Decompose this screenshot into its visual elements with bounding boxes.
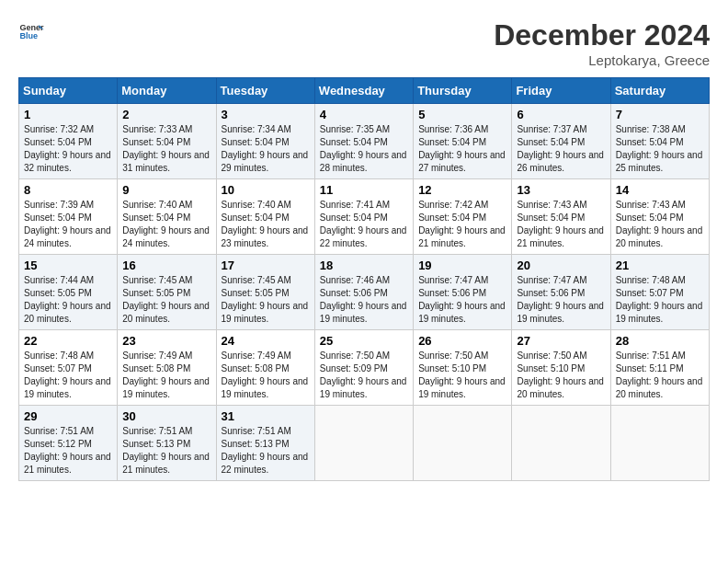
day-number: 5 [418,108,506,121]
day-number: 4 [320,108,408,121]
day-number: 18 [320,259,408,272]
day-number: 19 [418,259,506,272]
day-number: 7 [616,108,704,121]
day-info: Sunrise: 7:49 AMSunset: 5:08 PMDaylight:… [222,350,310,401]
calendar-cell: 16 Sunrise: 7:45 AMSunset: 5:05 PMDaylig… [118,255,216,330]
day-info: Sunrise: 7:45 AMSunset: 5:05 PMDaylight:… [222,274,310,326]
calendar-cell: 11 Sunrise: 7:41 AMSunset: 5:04 PMDaylig… [314,179,413,255]
calendar-cell: 30 Sunrise: 7:51 AMSunset: 5:13 PMDaylig… [118,406,216,481]
calendar-cell: 2 Sunrise: 7:33 AMSunset: 5:04 PMDayligh… [118,104,216,179]
logo-icon: General Blue [18,18,44,44]
title-area: December 2024 Leptokarya, Greece [494,18,710,68]
day-number: 21 [616,259,704,272]
calendar-cell [414,406,512,481]
day-number: 8 [24,183,112,197]
day-info: Sunrise: 7:34 AMSunset: 5:04 PMDaylight:… [222,123,310,175]
day-info: Sunrise: 7:46 AMSunset: 5:06 PMDaylight:… [320,274,408,326]
calendar-cell: 25 Sunrise: 7:50 AMSunset: 5:09 PMDaylig… [314,330,413,406]
day-number: 10 [222,183,310,197]
calendar-cell: 21 Sunrise: 7:48 AMSunset: 5:07 PMDaylig… [610,255,709,330]
day-number: 17 [222,259,310,272]
day-number: 22 [24,334,112,348]
weekday-header-thursday: Thursday [414,78,512,104]
day-info: Sunrise: 7:35 AMSunset: 5:04 PMDaylight:… [320,123,408,175]
day-number: 2 [122,108,210,121]
day-number: 12 [418,183,506,197]
weekday-header-saturday: Saturday [610,78,709,104]
day-info: Sunrise: 7:41 AMSunset: 5:04 PMDaylight:… [320,199,408,250]
day-info: Sunrise: 7:39 AMSunset: 5:04 PMDaylight:… [24,199,112,250]
calendar-cell: 3 Sunrise: 7:34 AMSunset: 5:04 PMDayligh… [216,104,314,179]
day-info: Sunrise: 7:40 AMSunset: 5:04 PMDaylight:… [222,199,310,250]
day-info: Sunrise: 7:50 AMSunset: 5:09 PMDaylight:… [320,350,408,401]
location: Leptokarya, Greece [494,52,710,68]
calendar-week-4: 22 Sunrise: 7:48 AMSunset: 5:07 PMDaylig… [19,330,710,406]
day-info: Sunrise: 7:48 AMSunset: 5:07 PMDaylight:… [616,274,704,326]
day-info: Sunrise: 7:51 AMSunset: 5:11 PMDaylight:… [616,350,704,401]
day-number: 24 [222,334,310,348]
calendar-cell: 20 Sunrise: 7:47 AMSunset: 5:06 PMDaylig… [512,255,610,330]
day-info: Sunrise: 7:50 AMSunset: 5:10 PMDaylight:… [418,350,506,401]
calendar-cell: 4 Sunrise: 7:35 AMSunset: 5:04 PMDayligh… [314,104,413,179]
day-info: Sunrise: 7:47 AMSunset: 5:06 PMDaylight:… [517,274,605,326]
calendar-cell [512,406,610,481]
day-info: Sunrise: 7:36 AMSunset: 5:04 PMDaylight:… [418,123,506,175]
calendar-cell: 19 Sunrise: 7:47 AMSunset: 5:06 PMDaylig… [414,255,512,330]
day-number: 16 [122,259,210,272]
calendar-cell: 27 Sunrise: 7:50 AMSunset: 5:10 PMDaylig… [512,330,610,406]
day-number: 13 [517,183,605,197]
day-info: Sunrise: 7:45 AMSunset: 5:05 PMDaylight:… [122,274,210,326]
day-info: Sunrise: 7:40 AMSunset: 5:04 PMDaylight:… [122,199,210,250]
day-number: 29 [24,409,112,423]
calendar-cell: 18 Sunrise: 7:46 AMSunset: 5:06 PMDaylig… [314,255,413,330]
day-number: 25 [320,334,408,348]
calendar-cell: 14 Sunrise: 7:43 AMSunset: 5:04 PMDaylig… [610,179,709,255]
calendar-week-1: 1 Sunrise: 7:32 AMSunset: 5:04 PMDayligh… [19,104,710,179]
day-number: 28 [616,334,704,348]
day-info: Sunrise: 7:44 AMSunset: 5:05 PMDaylight:… [24,274,112,326]
calendar-cell: 1 Sunrise: 7:32 AMSunset: 5:04 PMDayligh… [19,104,118,179]
day-info: Sunrise: 7:42 AMSunset: 5:04 PMDaylight:… [418,199,506,250]
weekday-header-friday: Friday [512,78,610,104]
day-number: 3 [222,108,310,121]
calendar-cell [314,406,413,481]
calendar-cell: 12 Sunrise: 7:42 AMSunset: 5:04 PMDaylig… [414,179,512,255]
weekday-header-monday: Monday [118,78,216,104]
day-info: Sunrise: 7:51 AMSunset: 5:13 PMDaylight:… [222,425,310,477]
calendar-cell: 13 Sunrise: 7:43 AMSunset: 5:04 PMDaylig… [512,179,610,255]
month-title: December 2024 [494,18,710,52]
svg-text:Blue: Blue [19,31,38,40]
calendar-cell: 28 Sunrise: 7:51 AMSunset: 5:11 PMDaylig… [610,330,709,406]
calendar-week-5: 29 Sunrise: 7:51 AMSunset: 5:12 PMDaylig… [19,406,710,481]
calendar-table: SundayMondayTuesdayWednesdayThursdayFrid… [18,77,710,481]
calendar-cell: 7 Sunrise: 7:38 AMSunset: 5:04 PMDayligh… [610,104,709,179]
day-number: 14 [616,183,704,197]
calendar-cell: 17 Sunrise: 7:45 AMSunset: 5:05 PMDaylig… [216,255,314,330]
day-info: Sunrise: 7:33 AMSunset: 5:04 PMDaylight:… [122,123,210,175]
calendar-cell: 15 Sunrise: 7:44 AMSunset: 5:05 PMDaylig… [19,255,118,330]
day-info: Sunrise: 7:50 AMSunset: 5:10 PMDaylight:… [517,350,605,401]
day-info: Sunrise: 7:47 AMSunset: 5:06 PMDaylight:… [418,274,506,326]
weekday-header-sunday: Sunday [19,78,118,104]
day-info: Sunrise: 7:38 AMSunset: 5:04 PMDaylight:… [616,123,704,175]
weekday-header-tuesday: Tuesday [216,78,314,104]
day-number: 20 [517,259,605,272]
calendar-week-3: 15 Sunrise: 7:44 AMSunset: 5:05 PMDaylig… [19,255,710,330]
calendar-cell: 22 Sunrise: 7:48 AMSunset: 5:07 PMDaylig… [19,330,118,406]
day-number: 23 [122,334,210,348]
day-info: Sunrise: 7:37 AMSunset: 5:04 PMDaylight:… [517,123,605,175]
header: General Blue December 2024 Leptokarya, G… [18,18,710,68]
calendar-cell: 8 Sunrise: 7:39 AMSunset: 5:04 PMDayligh… [19,179,118,255]
day-number: 31 [222,409,310,423]
day-number: 9 [122,183,210,197]
day-number: 30 [122,409,210,423]
calendar-cell: 10 Sunrise: 7:40 AMSunset: 5:04 PMDaylig… [216,179,314,255]
day-info: Sunrise: 7:43 AMSunset: 5:04 PMDaylight:… [517,199,605,250]
day-number: 27 [517,334,605,348]
calendar-cell [610,406,709,481]
calendar-week-2: 8 Sunrise: 7:39 AMSunset: 5:04 PMDayligh… [19,179,710,255]
day-number: 15 [24,259,112,272]
calendar-cell: 9 Sunrise: 7:40 AMSunset: 5:04 PMDayligh… [118,179,216,255]
day-info: Sunrise: 7:43 AMSunset: 5:04 PMDaylight:… [616,199,704,250]
calendar-cell: 31 Sunrise: 7:51 AMSunset: 5:13 PMDaylig… [216,406,314,481]
